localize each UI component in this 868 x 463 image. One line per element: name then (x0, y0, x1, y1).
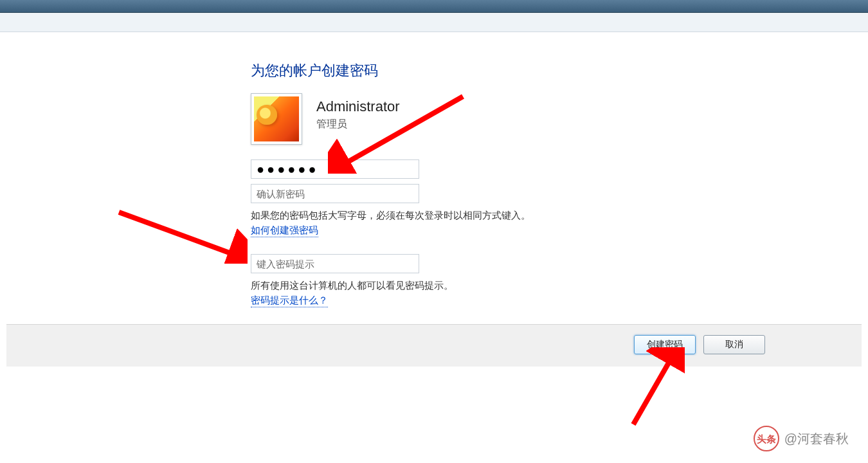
watermark-text: @河套春秋 (784, 430, 849, 448)
hint-help-link[interactable]: 密码提示是什么？ (251, 295, 328, 307)
strong-password-link[interactable]: 如何创建强密码 (251, 224, 318, 237)
cancel-button[interactable]: 取消 (703, 335, 765, 354)
confirm-password-field[interactable] (251, 184, 419, 203)
content-area: 为您的帐户创建密码 Administrator 管理员 ●●●●●● 如果您的密… (6, 32, 862, 463)
password-hint-field[interactable] (251, 254, 419, 273)
hint-visibility-note: 所有使用这台计算机的人都可以看见密码提示。 (251, 280, 611, 292)
user-meta: Administrator 管理员 (316, 93, 400, 131)
watermark: 头条 @河套春秋 (754, 426, 849, 451)
window-frame: 为您的帐户创建密码 Administrator 管理员 ●●●●●● 如果您的密… (0, 0, 868, 463)
avatar-image (254, 96, 299, 141)
page-title: 为您的帐户创建密码 (251, 61, 378, 80)
user-role: 管理员 (316, 118, 400, 131)
footer-bar: 创建密码 取消 (6, 324, 862, 367)
user-block: Administrator 管理员 (251, 93, 400, 145)
new-password-field[interactable]: ●●●●●● (251, 159, 419, 179)
user-name: Administrator (316, 98, 400, 115)
toolbar-strip (0, 13, 868, 32)
form-area: ●●●●●● 如果您的密码包括大写字母，必须在每次登录时以相同方式键入。 如何创… (251, 159, 611, 307)
caps-note: 如果您的密码包括大写字母，必须在每次登录时以相同方式键入。 (251, 210, 611, 222)
window-titlebar[interactable] (0, 0, 868, 13)
avatar (251, 93, 302, 145)
watermark-badge-icon: 头条 (754, 426, 779, 451)
create-password-button[interactable]: 创建密码 (634, 335, 696, 354)
